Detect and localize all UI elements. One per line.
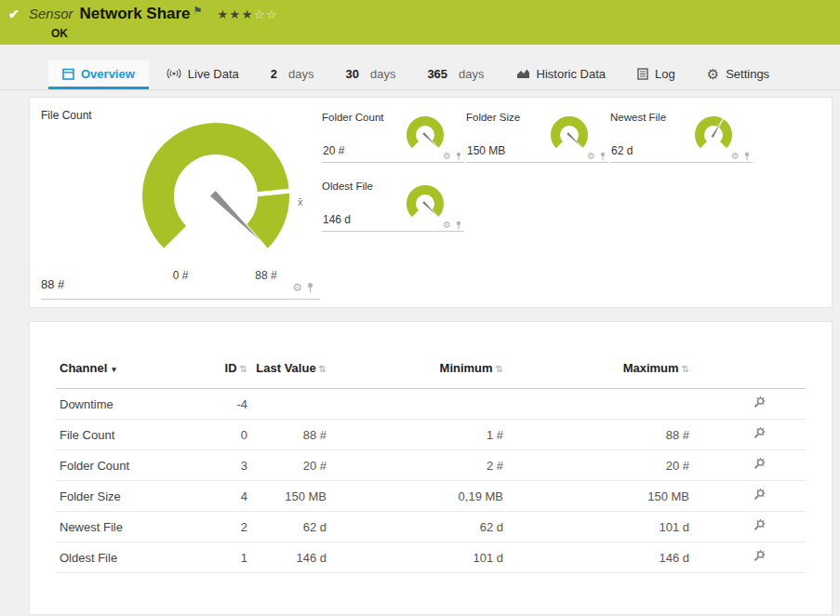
channel-settings-icon[interactable]	[753, 457, 767, 474]
gauge-chart-folder-count	[399, 113, 451, 155]
column-header-maximum[interactable]: Maximum⇅	[507, 361, 693, 389]
gauge-value: 88 #	[41, 277, 64, 291]
cell-maximum: 101 d	[507, 512, 693, 542]
status-check-icon: ✔	[8, 7, 20, 21]
tab-overview[interactable]: Overview	[48, 60, 149, 89]
flag-icon[interactable]: ⚑	[193, 5, 203, 16]
tab-bar: Overview Live Data 2days 30days 365days …	[0, 60, 840, 90]
column-header-last-value[interactable]: Last Value⇅	[251, 361, 330, 389]
cell-channel: File Count	[56, 420, 195, 450]
gauge-gear-icon[interactable]: ⚙	[587, 152, 595, 161]
cell-id: -4	[195, 389, 251, 420]
tab-log[interactable]: Log	[623, 60, 689, 89]
cell-channel: Downtime	[56, 389, 195, 420]
cell-id: 0	[195, 420, 251, 450]
channel-settings-icon[interactable]	[753, 518, 767, 535]
cell-minimum: 2 #	[330, 450, 507, 481]
column-label: Channel	[60, 361, 107, 375]
sort-icon: ⇅	[240, 364, 247, 374]
tab-365-days[interactable]: 365days	[413, 60, 498, 89]
gauge-gear-icon[interactable]: ⚙	[731, 152, 740, 161]
cell-id: 1	[195, 542, 251, 573]
gauge-gear-icon[interactable]: ⚙	[443, 221, 451, 230]
cell-last-value: 88 #	[251, 420, 330, 450]
cell-minimum: 0,19 MB	[330, 481, 507, 512]
cell-channel: Folder Count	[56, 450, 195, 481]
tab-unit: days	[459, 67, 484, 81]
sensor-title: Network Share	[80, 5, 191, 22]
gauge-value: 62 d	[611, 144, 633, 157]
gauge-newest-file[interactable]: Newest File 62 d ⚙	[610, 109, 753, 163]
tab-historic-data[interactable]: Historic Data	[502, 60, 620, 89]
column-label: ID	[225, 361, 237, 375]
column-label: Maximum	[623, 361, 679, 375]
tab-label: Live Data	[188, 67, 239, 81]
tab-number: 30	[345, 67, 358, 81]
tab-2-days[interactable]: 2days	[257, 60, 328, 89]
cell-last-value	[251, 389, 330, 420]
sort-icon: ⇅	[319, 364, 327, 374]
gauge-scale-min: 0 #	[160, 269, 201, 282]
column-header-minimum[interactable]: Minimum⇅	[330, 361, 507, 389]
tab-label: Overview	[81, 67, 135, 81]
gauge-file-count[interactable]: File Count x̄ 0 # 88 # 88 # ⚙	[41, 109, 320, 300]
table-row-oldest-file: Oldest File 1 146 d 101 d 146 d	[56, 542, 806, 573]
priority-stars-empty[interactable]: ☆☆	[254, 7, 278, 21]
sort-icon: ⇅	[496, 364, 503, 374]
log-icon	[637, 68, 648, 80]
cell-maximum: 20 #	[507, 450, 693, 481]
cell-maximum	[507, 389, 693, 420]
prtg-sensor-page: { "header": { "kind": "Sensor", "title":…	[0, 0, 840, 616]
table-header-row: Channel▾ ID⇅ Last Value⇅ Minimum⇅ Maximu…	[56, 361, 806, 389]
tab-30-days[interactable]: 30days	[331, 60, 409, 89]
average-marker: x̄	[298, 196, 303, 208]
channel-settings-icon[interactable]	[753, 426, 767, 443]
cell-last-value: 146 d	[251, 542, 330, 573]
gauge-chart-newest-file	[687, 113, 740, 155]
pin-icon[interactable]	[306, 282, 314, 293]
channel-settings-icon[interactable]	[753, 488, 767, 504]
gauge-gear-icon[interactable]: ⚙	[443, 152, 451, 161]
pin-icon[interactable]	[743, 152, 751, 161]
pin-icon[interactable]	[599, 152, 607, 161]
sensor-header: ✔ SensorNetwork Share⚑★★★☆☆ OK	[0, 0, 840, 45]
column-header-id[interactable]: ID⇅	[195, 361, 251, 389]
gauge-folder-count[interactable]: Folder Count 20 # ⚙	[322, 109, 464, 163]
pin-icon[interactable]	[455, 221, 462, 230]
cell-last-value: 62 d	[251, 512, 330, 542]
tab-label: Settings	[726, 67, 769, 81]
gauge-oldest-file[interactable]: Oldest File 146 d ⚙	[322, 178, 464, 232]
live-data-icon	[167, 67, 181, 80]
gauge-value: 146 d	[323, 213, 351, 226]
gauge-value: 20 #	[323, 144, 344, 157]
gauge-gear-icon[interactable]: ⚙	[292, 282, 302, 293]
table-row-file-count: File Count 0 88 # 1 # 88 #	[56, 420, 806, 450]
gauge-value: 150 MB	[467, 144, 505, 157]
cell-id: 4	[195, 481, 251, 512]
cell-channel: Oldest File	[56, 542, 195, 573]
column-header-actions	[693, 361, 806, 389]
cell-id: 2	[195, 512, 251, 542]
table-row-folder-count: Folder Count 3 20 # 2 # 20 #	[56, 450, 806, 481]
tab-label: Log	[655, 67, 675, 81]
tab-settings[interactable]: ⚙ Settings	[693, 60, 783, 89]
pin-icon[interactable]	[455, 152, 462, 161]
cell-channel: Folder Size	[56, 481, 195, 512]
tab-number: 2	[271, 67, 277, 81]
cell-maximum: 150 MB	[507, 481, 693, 512]
channel-settings-icon[interactable]	[753, 549, 767, 566]
small-gauges-grid: Folder Count 20 # ⚙ Folder Size 150 MB ⚙	[322, 109, 759, 307]
priority-stars-filled[interactable]: ★★★	[217, 7, 253, 21]
cell-minimum: 101 d	[330, 542, 507, 573]
cell-channel: Newest File	[56, 512, 195, 542]
cell-maximum: 146 d	[507, 542, 693, 573]
tab-live-data[interactable]: Live Data	[153, 60, 253, 89]
cell-minimum: 62 d	[330, 512, 507, 542]
table-row-newest-file: Newest File 2 62 d 62 d 101 d	[56, 512, 806, 542]
settings-gear-icon: ⚙	[707, 67, 719, 81]
channels-table: Channel▾ ID⇅ Last Value⇅ Minimum⇅ Maximu…	[56, 361, 806, 573]
channel-settings-icon[interactable]	[753, 395, 767, 412]
column-label: Minimum	[440, 361, 493, 375]
column-header-channel[interactable]: Channel▾	[56, 361, 195, 389]
gauge-folder-size[interactable]: Folder Size 150 MB ⚙	[466, 109, 608, 163]
